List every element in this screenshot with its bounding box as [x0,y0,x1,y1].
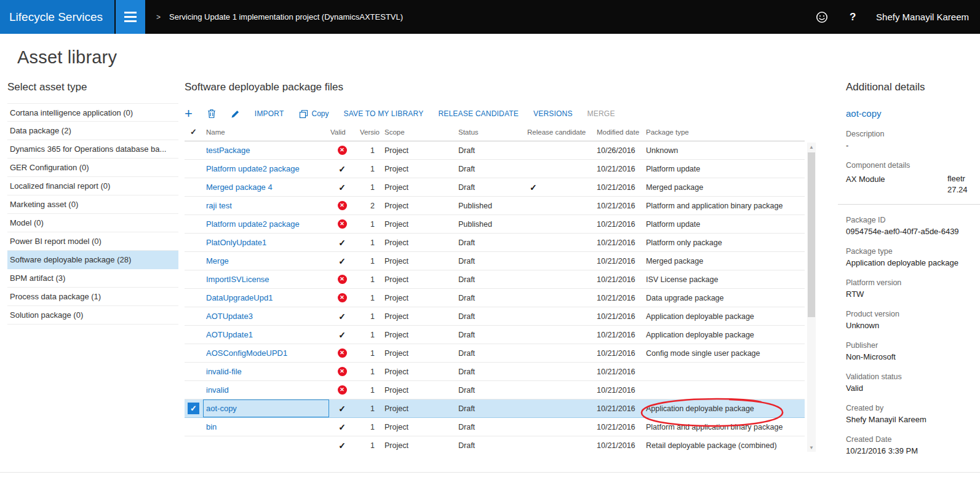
sidebar-item[interactable]: Dynamics 365 for Operations database ba.… [7,140,178,159]
package-name-link[interactable]: Platform update2 package [206,164,300,173]
sidebar-item[interactable]: GER Configuration (0) [7,159,178,177]
sidebar-item[interactable]: Data package (2) [7,122,178,140]
details-field: Product versionUnknown [846,310,980,330]
import-button[interactable]: IMPORT [255,109,284,118]
release-candidate-cell [522,307,592,325]
row-checkbox[interactable] [185,270,203,288]
package-name-link[interactable]: invalid [206,385,229,395]
header-package-type[interactable]: Package type [641,128,805,136]
header-name[interactable]: Name [203,128,329,136]
row-checkbox[interactable] [185,307,203,325]
table-row[interactable]: testPackage✕1ProjectDraft10/26/2016Unkno… [185,141,805,160]
package-name-link[interactable]: Platform update2 package [206,219,300,229]
sidebar-item[interactable]: Power BI report model (0) [7,232,178,251]
row-checkbox[interactable] [185,381,203,399]
header-modified-date[interactable]: Modified date [592,128,641,136]
table-row[interactable]: Merge✓1ProjectDraft10/21/2016Merged pack… [185,252,805,270]
row-checkbox[interactable] [185,141,203,159]
package-name-link[interactable]: AOSConfigModeUPD1 [206,348,287,358]
copy-button[interactable]: Copy [299,109,329,119]
table-row[interactable]: ImportISVLicense✕1ProjectDraft10/21/2016… [185,270,805,289]
help-icon[interactable]: ? [845,10,860,25]
feedback-smiley-icon[interactable] [815,10,829,25]
table-row[interactable]: AOTUpdate1✓1ProjectDraft10/21/2016Applic… [185,326,805,344]
table-row[interactable]: bin✓1ProjectDraft10/21/2016Platform and … [185,418,805,436]
row-checkbox[interactable] [185,436,203,450]
add-button[interactable]: + [185,108,193,120]
package-name-link[interactable]: aot-copy [206,404,237,413]
table-row[interactable]: invalid✕1ProjectDraft10/21/2016 [185,381,805,399]
table-row[interactable]: AOSConfigModeUPD1✕1ProjectDraft10/21/201… [185,344,805,363]
table-row[interactable]: Platform update2 package✓1ProjectDraft10… [185,160,805,178]
row-checkbox[interactable] [185,160,203,178]
package-name-link[interactable]: bin [206,422,217,431]
package-name-link[interactable]: Merge [206,256,229,266]
sidebar-item[interactable]: Marketing asset (0) [7,195,178,214]
table-row[interactable]: ✓aot-copy✓1ProjectDraft10/21/2016Applica… [185,399,805,418]
breadcrumb[interactable]: > Servicing Update 1 implementation proj… [145,0,815,34]
row-checkbox[interactable] [185,344,203,362]
row-checkbox[interactable] [185,289,203,307]
package-name-link[interactable]: PlatOnlyUpdate1 [206,238,266,247]
package-name-link[interactable]: raji test [206,201,232,210]
package-name-link[interactable]: invalid-file [206,367,242,376]
details-asset-name[interactable]: aot-copy [846,108,980,119]
brand-logo[interactable]: Lifecycle Services [0,0,114,34]
merge-button[interactable]: MERGE [588,109,615,118]
release-candidate-cell [522,234,592,251]
user-name[interactable]: Shefy Manayil Kareem [876,12,969,22]
table-scrollbar[interactable]: ▲ ▼ [807,143,816,452]
table-row[interactable]: Platform update2 package✕1ProjectPublish… [185,215,805,234]
breadcrumb-project-name[interactable]: Servicing Update 1 implementation projec… [169,12,403,22]
package-type-text: Platform and application binary package [646,202,783,210]
sidebar-item[interactable]: Localized financial report (0) [7,177,178,195]
versions-button[interactable]: VERSIONS [533,109,573,118]
row-checkbox[interactable] [185,197,203,214]
package-name-link[interactable]: Merged package 4 [206,183,273,192]
scroll-down-icon[interactable]: ▼ [807,443,816,452]
select-all-check-icon[interactable]: ✓ [185,127,203,136]
header-scope[interactable]: Scope [380,128,453,136]
sidebar-item[interactable]: BPM artifact (3) [7,269,178,288]
row-checkbox[interactable] [185,234,203,251]
header-valid[interactable]: Valid [329,128,355,136]
field-label: Product version [846,310,980,318]
package-name-link[interactable]: DataUpgradeUpd1 [206,293,273,302]
sidebar-item[interactable]: Solution package (0) [7,306,178,325]
row-checkbox[interactable] [185,326,203,344]
row-checkbox[interactable] [185,418,203,436]
table-row[interactable]: DataUpgradeUpd1✕1ProjectDraft10/21/2016D… [185,289,805,307]
row-checkbox[interactable] [185,363,203,380]
table-row[interactable]: raji test✕2ProjectPublished10/21/2016Pla… [185,197,805,215]
scroll-up-icon[interactable]: ▲ [807,143,816,151]
component-details-row: AX Module fleetr 27.24 [846,173,980,195]
table-row[interactable]: invalid-file✕1ProjectDraft10/21/2016 [185,363,805,381]
package-name-link[interactable]: ImportISVLicense [206,275,269,284]
package-name-link[interactable]: AOTUpdate1 [206,330,253,339]
header-release-candidate[interactable]: Release candidate [522,128,592,136]
save-to-library-button[interactable]: SAVE TO MY LIBRARY [344,109,424,118]
package-name-link[interactable]: testPackage [206,146,250,155]
sidebar-item[interactable]: Model (0) [7,214,178,232]
table-row[interactable]: PlatOnlyUpdate1✓1ProjectDraft10/21/2016P… [185,234,805,252]
sidebar-item[interactable]: Process data package (1) [7,288,178,306]
delete-button[interactable] [207,109,216,119]
invalid-cross-icon: ✕ [338,146,347,155]
row-checkbox[interactable]: ✓ [185,399,203,417]
table-row[interactable]: AOTUpdate3✓1ProjectDraft10/21/2016Applic… [185,307,805,326]
header-version[interactable]: Version [355,128,380,136]
sidebar-item[interactable]: Software deployable package (28) [7,251,178,269]
row-checkbox[interactable] [185,252,203,270]
package-name-link[interactable]: AOTUpdate3 [206,312,253,321]
hamburger-menu-button[interactable] [114,0,145,34]
header-status[interactable]: Status [453,128,522,136]
edit-button[interactable] [231,109,240,119]
scrollbar-thumb[interactable] [808,152,815,317]
version-cell: 1 [355,178,380,196]
row-checkbox[interactable] [185,178,203,196]
table-row[interactable]: ✓1ProjectDraft10/21/2016Retail deployabl… [185,436,805,450]
table-row[interactable]: Merged package 4✓1ProjectDraft✓10/21/201… [185,178,805,197]
row-checkbox[interactable] [185,215,203,233]
sidebar-item[interactable]: Cortana intelligence application (0) [7,103,178,122]
release-candidate-button[interactable]: RELEASE CANDIDATE [438,109,519,118]
